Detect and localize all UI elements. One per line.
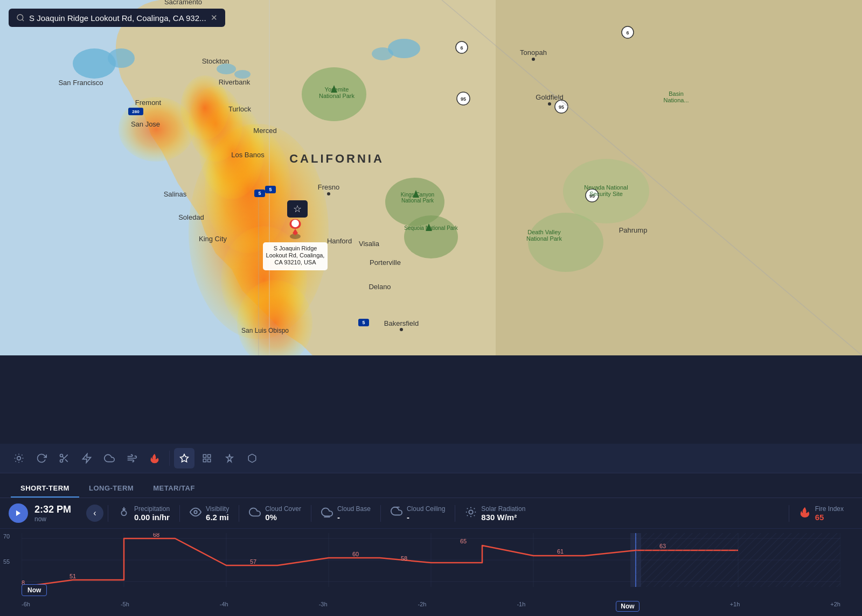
x-label-plus1h: +1h <box>730 601 740 612</box>
svg-text:Visalia: Visalia <box>359 240 380 248</box>
visibility-label: Visibility <box>206 505 229 513</box>
svg-text:National Park: National Park <box>401 198 434 204</box>
svg-point-90 <box>17 15 23 20</box>
svg-marker-113 <box>16 510 20 516</box>
toolbar-cloud-icon[interactable] <box>99 448 120 468</box>
nav-back-button[interactable]: ‹ <box>86 505 103 522</box>
svg-line-104 <box>65 459 68 462</box>
toolbar-separator <box>169 451 170 466</box>
tab-long-term[interactable]: LONG-TERM <box>79 480 143 498</box>
search-icon <box>16 13 25 22</box>
svg-text:Kings Canyon: Kings Canyon <box>401 192 434 198</box>
svg-text:Riverbank: Riverbank <box>219 78 251 86</box>
svg-point-118 <box>469 510 473 514</box>
svg-text:Security Site: Security Site <box>589 191 623 197</box>
svg-line-125 <box>467 515 468 515</box>
search-value: S Joaquin Ridge Lookout Rd, Coalinga, CA… <box>29 13 206 23</box>
visibility-value: 6.2 mi <box>206 513 229 522</box>
svg-marker-112 <box>226 454 233 462</box>
svg-marker-106 <box>83 454 91 463</box>
cloud-ceiling-icon <box>391 506 402 521</box>
cloud-base-data: Cloud Base - <box>337 505 371 522</box>
current-time: 2:32 PM <box>34 504 71 515</box>
svg-rect-110 <box>208 459 211 462</box>
toolbar-lightning-icon[interactable] <box>9 448 29 468</box>
svg-text:CALIFORNIA: CALIFORNIA <box>289 152 384 165</box>
cloud-base-item: Cloud Base - <box>311 505 380 522</box>
toolbar-grid-icon[interactable] <box>197 448 217 468</box>
svg-line-100 <box>22 455 22 456</box>
toolbar-sparkle-icon[interactable] <box>219 448 240 468</box>
chart-area: 70 55 <box>0 529 862 599</box>
weather-bar: 2:32 PM now ‹ Precipitation 0.00 in/hr <box>0 498 862 529</box>
x-label-now: Now <box>616 601 639 612</box>
cloud-ceiling-item: Cloud Ceiling - <box>380 505 455 522</box>
svg-text:Delano: Delano <box>369 283 391 291</box>
bottom-panel: SHORT-TERM LONG-TERM METAR/TAF 2:32 PM n… <box>0 444 862 616</box>
search-bar[interactable]: S Joaquin Ridge Lookout Rd, Coalinga, CA… <box>9 9 225 27</box>
fire-index-item: Fire Index 65 <box>789 505 853 522</box>
svg-text:6: 6 <box>626 30 629 36</box>
svg-text:Soledad: Soledad <box>178 213 204 221</box>
svg-text:Bakersfield: Bakersfield <box>384 319 419 327</box>
svg-point-7 <box>108 48 135 68</box>
svg-text:Nevada National: Nevada National <box>584 184 628 191</box>
svg-line-91 <box>22 19 24 21</box>
svg-line-105 <box>62 457 64 458</box>
svg-point-10 <box>217 64 236 74</box>
svg-point-83 <box>291 220 299 227</box>
svg-text:San Luis Obispo: San Luis Obispo <box>241 327 289 334</box>
fire-index-icon <box>799 506 811 521</box>
svg-text:Sacramento: Sacramento <box>164 0 202 6</box>
map-container[interactable]: 5 5 280 95 95 95 6 6 5 Sacramento San Fr… <box>0 0 862 355</box>
svg-text:☆: ☆ <box>293 204 302 214</box>
svg-text:San Francisco: San Francisco <box>58 79 103 87</box>
fire-index-label: Fire Index <box>815 505 844 513</box>
cloud-cover-label: Cloud Cover <box>265 505 301 513</box>
svg-text:57: 57 <box>250 558 256 565</box>
toolbar-bolt-icon[interactable] <box>77 448 97 468</box>
svg-text:65: 65 <box>460 538 467 544</box>
svg-point-64 <box>548 102 551 106</box>
tab-metar-taf[interactable]: METAR/TAF <box>143 480 205 498</box>
svg-line-99 <box>16 461 16 461</box>
svg-text:Porterville: Porterville <box>370 258 401 267</box>
visibility-icon <box>190 506 201 521</box>
time-sub: now <box>34 515 46 523</box>
svg-text:Sequoia National Park: Sequoia National Park <box>404 225 458 231</box>
toolbar-fire-icon[interactable] <box>144 448 165 468</box>
x-axis-labels: -6h -5h -4h -3h -2h -1h Now +1h +2h <box>0 599 862 616</box>
svg-point-6 <box>73 48 116 79</box>
svg-marker-107 <box>180 454 189 462</box>
toolbar-star-icon[interactable] <box>174 448 194 468</box>
svg-point-9 <box>372 47 393 60</box>
precipitation-data: Precipitation 0.00 in/hr <box>134 505 170 522</box>
svg-text:Turlock: Turlock <box>228 105 252 113</box>
svg-text:280: 280 <box>132 109 140 114</box>
svg-text:5: 5 <box>258 191 261 196</box>
toolbar-plane-icon[interactable] <box>242 448 262 468</box>
solar-radiation-value: 830 W/m² <box>481 513 525 522</box>
precipitation-value: 0.00 in/hr <box>134 513 170 522</box>
svg-text:National Park: National Park <box>319 93 355 99</box>
svg-text:58: 58 <box>401 555 407 562</box>
search-clear-button[interactable]: ✕ <box>211 13 218 23</box>
svg-point-3 <box>404 215 458 258</box>
x-label-minus1h: -1h <box>517 601 525 612</box>
play-button[interactable] <box>9 503 28 523</box>
cloud-cover-icon <box>249 506 261 521</box>
precipitation-item: Precipitation 0.00 in/hr <box>108 505 179 522</box>
tab-short-term[interactable]: SHORT-TERM <box>11 480 79 498</box>
toolbar-wind-icon[interactable] <box>122 448 142 468</box>
svg-text:Death Valley: Death Valley <box>527 229 561 235</box>
svg-text:5: 5 <box>269 187 272 192</box>
solar-radiation-icon <box>465 506 477 521</box>
toolbar-scissors-icon[interactable] <box>54 448 74 468</box>
cloud-ceiling-value: - <box>407 513 445 522</box>
svg-text:Hanford: Hanford <box>327 237 352 245</box>
svg-text:Salinas: Salinas <box>164 190 187 198</box>
svg-text:Basin: Basin <box>669 90 684 97</box>
svg-text:Stockton: Stockton <box>202 57 230 65</box>
svg-line-96 <box>22 461 22 461</box>
toolbar-refresh-icon[interactable] <box>31 448 52 468</box>
